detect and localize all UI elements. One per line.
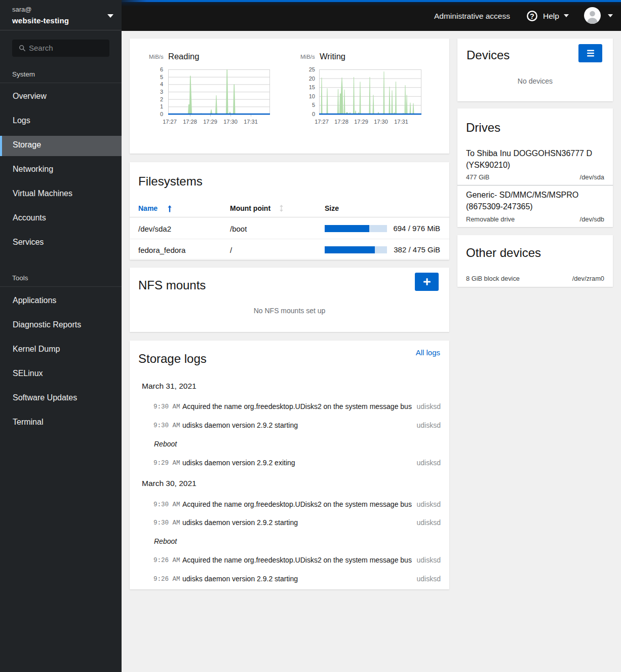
svg-text:?: ? [530, 12, 534, 20]
